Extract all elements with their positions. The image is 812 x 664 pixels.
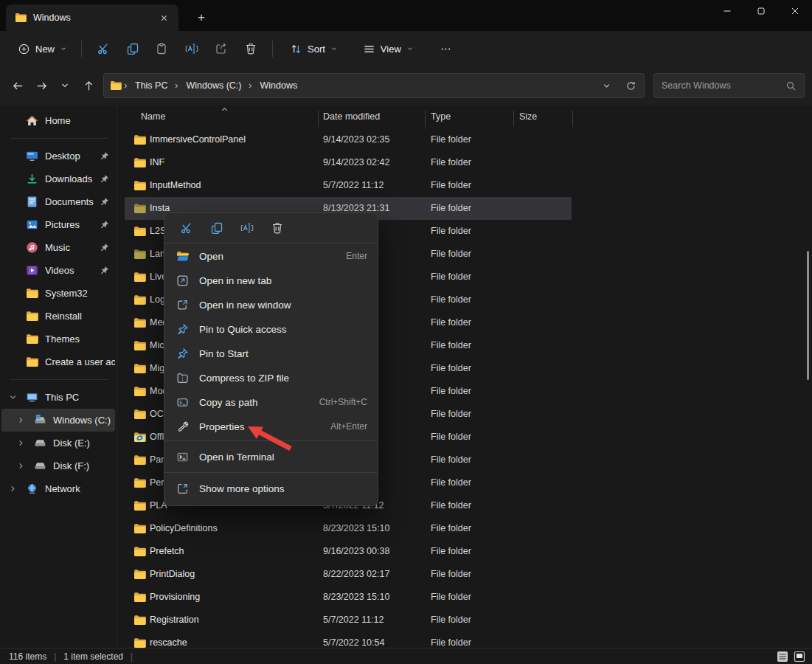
sidebar-item-desktop[interactable]: Desktop bbox=[1, 145, 115, 167]
maximize-button[interactable] bbox=[744, 0, 778, 22]
sidebar-item-themes[interactable]: Themes bbox=[1, 328, 115, 350]
breadcrumb-item-windows-c[interactable]: Windows (C:) bbox=[181, 76, 246, 95]
up-button[interactable] bbox=[77, 74, 100, 97]
sidebar-item-downloads[interactable]: Downloads bbox=[1, 167, 115, 190]
context-menu-item-label: Open in Terminal bbox=[199, 452, 367, 463]
details-view-toggle[interactable] bbox=[776, 650, 789, 663]
rename-button[interactable] bbox=[177, 35, 207, 62]
context-rename-button[interactable] bbox=[234, 217, 260, 239]
file-row-inf[interactable]: INF9/14/2023 02:42File folder bbox=[125, 151, 802, 174]
column-header-type[interactable]: Type bbox=[431, 111, 451, 122]
sidebar-item-videos[interactable]: Videos bbox=[1, 259, 115, 282]
breadcrumb-item-this-pc[interactable]: This PC bbox=[130, 76, 173, 95]
drive-icon bbox=[33, 437, 46, 449]
column-divider[interactable] bbox=[572, 111, 573, 127]
expander-right-icon[interactable] bbox=[17, 439, 33, 447]
column-header-size[interactable]: Size bbox=[519, 111, 537, 122]
desktop-icon bbox=[25, 150, 38, 162]
pin-icon bbox=[100, 174, 109, 184]
expander-right-icon[interactable] bbox=[17, 416, 33, 424]
sidebar-item-documents[interactable]: Documents bbox=[1, 190, 115, 213]
search-input[interactable] bbox=[662, 80, 785, 91]
sidebar-item-create-a-user-accou[interactable]: Create a user accou bbox=[1, 350, 115, 373]
context-menu-item-compress-to-zip-file[interactable]: Compress to ZIP file bbox=[167, 366, 375, 390]
expander-right-icon[interactable] bbox=[17, 462, 33, 470]
thumbnails-view-toggle[interactable] bbox=[793, 650, 806, 663]
sidebar-item-label: Disk (F:) bbox=[53, 460, 115, 471]
back-button[interactable] bbox=[6, 74, 30, 97]
context-trash-button[interactable] bbox=[264, 217, 291, 239]
recent-locations-button[interactable] bbox=[53, 74, 77, 97]
sidebar-item-home[interactable]: Home bbox=[1, 109, 115, 132]
vertical-scrollbar[interactable] bbox=[807, 251, 809, 380]
close-window-button[interactable] bbox=[778, 0, 812, 22]
tab-windows[interactable]: Windows bbox=[6, 4, 178, 31]
context-copy-button[interactable] bbox=[204, 217, 230, 239]
pictures-icon bbox=[25, 218, 38, 231]
context-menu-item-copy-as-path[interactable]: Copy as pathCtrl+Shift+C bbox=[167, 390, 375, 414]
file-row-immersivecontrolpanel[interactable]: ImmersiveControlPanel9/14/2023 02:35File… bbox=[125, 128, 802, 151]
address-bar[interactable]: This PCWindows (C:)Windows bbox=[103, 73, 645, 98]
context-menu-item-properties[interactable]: PropertiesAlt+Enter bbox=[167, 415, 375, 438]
cut-button[interactable] bbox=[89, 35, 118, 62]
context-menu-item-open-in-terminal[interactable]: Open in Terminal bbox=[167, 443, 375, 470]
expander-right-icon[interactable] bbox=[9, 485, 25, 493]
item-count: 116 items bbox=[9, 651, 46, 662]
sidebar-item-disk-e[interactable]: Disk (E:) bbox=[1, 432, 115, 454]
file-type: File folder bbox=[431, 220, 471, 243]
sidebar-item-network[interactable]: Network bbox=[1, 477, 115, 500]
new-button[interactable]: New bbox=[10, 35, 74, 62]
sort-button[interactable]: Sort bbox=[282, 35, 345, 62]
file-date-modified: 9/16/2023 00:38 bbox=[323, 540, 389, 563]
folder-icon bbox=[133, 385, 146, 398]
context-menu-item-open-in-new-window[interactable]: Open in new window bbox=[167, 293, 375, 317]
context-menu-item-open-in-new-tab[interactable]: Open in new tab bbox=[167, 269, 375, 292]
more-options-button[interactable] bbox=[431, 35, 461, 62]
paste-button[interactable] bbox=[148, 35, 177, 62]
new-tab-button[interactable]: + bbox=[192, 9, 211, 27]
sidebar-item-disk-f[interactable]: Disk (F:) bbox=[1, 454, 115, 477]
address-dropdown-button[interactable] bbox=[597, 76, 616, 95]
forward-button[interactable] bbox=[30, 74, 53, 97]
sidebar-item-reinstall[interactable]: Reinstall bbox=[1, 305, 115, 328]
file-row-inputmethod[interactable]: InputMethod5/7/2022 11:12File folder bbox=[125, 174, 802, 197]
sidebar-item-label: Disk (E:) bbox=[53, 438, 115, 449]
minimize-button[interactable] bbox=[710, 0, 744, 22]
breadcrumb-item-windows[interactable]: Windows bbox=[254, 76, 302, 95]
file-type: File folder bbox=[431, 357, 471, 380]
file-row-printdialog[interactable]: PrintDialog8/22/2023 02:17File folder bbox=[125, 563, 802, 586]
share-button[interactable] bbox=[207, 35, 236, 62]
view-button[interactable]: View bbox=[355, 35, 421, 62]
delete-button[interactable] bbox=[236, 35, 266, 62]
cut-icon bbox=[180, 221, 193, 235]
folder-icon bbox=[133, 522, 146, 535]
zip-icon bbox=[175, 372, 190, 384]
maximize-icon bbox=[757, 7, 766, 15]
context-menu-item-pin-to-quick-access[interactable]: Pin to Quick access bbox=[167, 317, 375, 341]
sidebar-item-windows-c[interactable]: Windows (C:) bbox=[1, 409, 115, 432]
file-row-prefetch[interactable]: Prefetch9/16/2023 00:38File folder bbox=[125, 540, 802, 563]
context-menu-item-show-more-options[interactable]: Show more options bbox=[167, 475, 375, 502]
file-row-registration[interactable]: Registration5/7/2022 11:12File folder bbox=[125, 609, 802, 632]
tab-close-button[interactable] bbox=[155, 9, 173, 27]
refresh-button[interactable] bbox=[620, 75, 641, 96]
sidebar-item-music[interactable]: Music bbox=[1, 236, 115, 259]
context-menu-item-open[interactable]: OpenEnter bbox=[167, 244, 375, 268]
column-divider[interactable] bbox=[513, 111, 514, 127]
folder-icon bbox=[133, 317, 146, 329]
folder-dim-icon bbox=[133, 202, 146, 215]
context-menu-item-pin-to-start[interactable]: Pin to Start bbox=[167, 342, 375, 365]
column-header-name[interactable]: Name bbox=[141, 111, 165, 122]
sidebar-item-pictures[interactable]: Pictures bbox=[1, 213, 115, 236]
expander-down-icon[interactable] bbox=[9, 393, 25, 401]
file-row-provisioning[interactable]: Provisioning8/23/2023 15:10File folder bbox=[125, 586, 802, 609]
context-cut-button[interactable] bbox=[173, 217, 200, 239]
sidebar-item-this-pc[interactable]: This PC bbox=[1, 386, 115, 409]
column-divider[interactable] bbox=[318, 111, 319, 127]
column-divider[interactable] bbox=[425, 111, 426, 127]
copy-button[interactable] bbox=[118, 35, 148, 62]
column-header-date-modified[interactable]: Date modified bbox=[323, 111, 380, 122]
file-row-policydefinitions[interactable]: PolicyDefinitions8/23/2023 15:10File fol… bbox=[125, 517, 802, 540]
sidebar-item-system32[interactable]: System32 bbox=[1, 282, 115, 305]
search-box bbox=[653, 73, 805, 98]
